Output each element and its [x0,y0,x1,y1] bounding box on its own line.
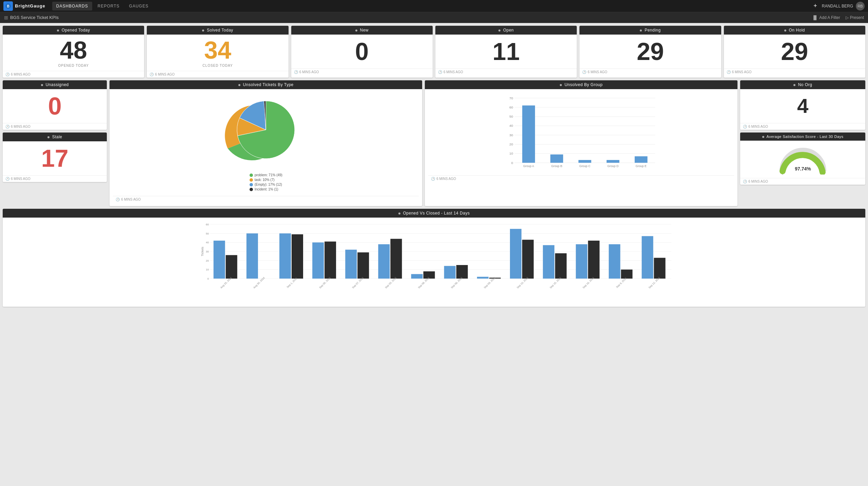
pie-legend: problem: 71% (49) task: 10% (7) (Empty):… [250,173,282,191]
kpi-card-body-solved-today: 34 CLOSED TODAY [147,35,288,71]
svg-text:Tickets: Tickets [201,246,204,256]
add-filter-button[interactable]: ▐▌ Add A Filter [812,15,840,20]
gauge-body-satisfaction: 97.74% 0 1 [740,141,865,178]
gauge-header-satisfaction: Average Satisfaction Score - Last 30 Day… [740,133,865,141]
kpi-card-on-hold: On Hold 29 🕐 6 MINS AGO [724,26,865,78]
svg-rect-22 [578,160,591,163]
legend-dot-empty [250,183,253,186]
svg-rect-76 [555,253,567,279]
clock-icon-12: 🕐 [743,180,747,183]
svg-rect-61 [390,239,402,279]
svg-rect-73 [522,240,534,279]
kpi-card-body-open: 11 [435,35,577,68]
svg-text:20: 20 [510,142,513,146]
svg-rect-85 [654,258,666,279]
filter-icon: ▐▌ [812,15,818,20]
svg-text:Group E: Group E [636,164,647,168]
svg-rect-52 [292,234,303,279]
legend-dot-incident [250,188,253,191]
kpi-card-pending: Pending 29 🕐 6 MINS AGO [579,26,721,78]
present-button[interactable]: ▷ Present [846,15,864,20]
pie-chart [218,96,313,170]
svg-rect-75 [543,245,554,279]
kpi-row: Opened Today 48 OPENED TODAY 🕐 6 MINS AG… [3,26,865,78]
svg-rect-78 [576,244,587,279]
svg-rect-81 [609,244,620,279]
svg-text:20: 20 [206,259,209,262]
left-kpi-col: Unassigned 0 🕐 6 MINS AGO Stale 17 [3,80,107,206]
user-info: RANDALL BERG RB [822,2,865,11]
svg-rect-20 [550,155,563,163]
kpi-card-body-unassigned: 0 [3,89,107,123]
kpi-card-stale: Stale 17 🕐 6 MINS AGO [3,133,107,182]
clock-icon-2: 🕐 [150,73,154,76]
kpi-card-no-org: No Org 4 🕐 6 MINS AGO [740,80,865,130]
group-bar-chart: 010203040506070Group AGroup BGroup CGrou… [428,93,734,174]
user-name: RANDALL BERG [822,4,853,8]
kpi-card-header-no-org: No Org [740,80,865,89]
clock-icon-10: 🕐 [431,177,435,181]
clock-icon: 🕐 [5,73,9,76]
kpi-value-stale: 17 [41,146,68,170]
svg-text:0: 0 [511,161,513,165]
clock-icon-6: 🕐 [727,70,731,74]
legend-item-task: task: 10% (7) [250,178,282,182]
gauge-svg: 97.74% 0 1 [777,144,828,175]
legend-item-empty: (Empty): 17% (12) [250,183,282,186]
kpi-card-body-new: 0 [291,35,433,68]
svg-text:Group D: Group D [608,164,619,168]
svg-text:50: 50 [206,232,209,235]
sub-nav-actions: ▐▌ Add A Filter ▷ Present [812,15,864,20]
kpi-value-unassigned: 0 [48,94,62,118]
svg-rect-55 [324,242,336,279]
svg-text:Group A: Group A [523,164,534,168]
legend-dot-problem [250,174,253,177]
clock-icon-3: 🕐 [294,70,298,74]
kpi-card-open: Open 11 🕐 6 MINS AGO [435,26,577,78]
pie-container: problem: 71% (49) task: 10% (7) (Empty):… [113,93,419,195]
svg-rect-57 [345,250,357,279]
chart-body-unsolved-by-group: 010203040506070Group AGroup BGroup CGrou… [425,89,737,185]
gauge-footer-satisfaction: 🕐 6 MINS AGO [740,178,865,185]
kpi-value-opened-today: 48 [60,38,87,62]
legend-item-problem: problem: 71% (49) [250,173,282,177]
bottom-chart-card: Opened Vs Closed - Last 14 Days 01020304… [3,209,865,307]
dashboard-title: BGS Service Ticket KPIs [10,15,59,20]
kpi-value-pending: 29 [637,39,664,64]
svg-text:0: 0 [208,277,209,280]
kpi-card-header-open: Open [435,26,577,35]
kpi-footer-unassigned: 🕐 6 MINS AGO [3,123,107,130]
svg-rect-60 [378,244,390,279]
svg-rect-84 [642,236,653,279]
kpi-card-header-unassigned: Unassigned [3,80,107,89]
legend-item-incident: Incident: 1% (1) [250,187,282,191]
nav-gauges[interactable]: GAUGES [125,2,153,11]
chart-body-unsolved-by-type: problem: 71% (49) task: 10% (7) (Empty):… [110,89,422,206]
kpi-sublabel-opened-today: OPENED TODAY [58,64,88,67]
kpi-value-no-org: 4 [797,96,808,116]
kpi-card-body-pending: 29 [579,35,721,68]
chart-card-unsolved-by-group: Unsolved By Group 010203040506070Group A… [425,80,737,206]
kpi-card-solved-today: Solved Today 34 CLOSED TODAY 🕐 6 MINS AG… [147,26,288,78]
svg-text:30: 30 [206,250,209,253]
svg-rect-45 [214,241,225,279]
svg-rect-26 [635,156,648,163]
svg-text:40: 40 [206,241,209,244]
top-nav: B BrightGauge DASHBOARDS REPORTS GAUGES … [0,0,868,12]
clock-icon-4: 🕐 [438,70,442,74]
chart-header-unsolved-by-type: Unsolved Tickets By Type [110,80,422,89]
bottom-bar-chart: 0102030405060Aug 25, 2016Aug 30, 2016Sep… [13,221,862,296]
kpi-value-open: 11 [493,39,520,64]
svg-rect-58 [357,252,369,279]
nav-dashboards[interactable]: DASHBOARDS [52,2,92,11]
add-button[interactable]: + [813,2,817,9]
svg-rect-46 [226,255,237,279]
chart-footer-unsolved-by-group: 🕐 6 MINS AGO [428,175,734,182]
chart-card-unsolved-by-type: Unsolved Tickets By Type [110,80,422,206]
kpi-value-on-hold: 29 [781,39,808,64]
svg-text:60: 60 [510,105,513,109]
nav-reports[interactable]: REPORTS [94,2,124,11]
svg-text:B: B [7,4,9,8]
kpi-footer-new: 🕐 6 MINS AGO [291,68,433,75]
kpi-card-header-pending: Pending [579,26,721,35]
